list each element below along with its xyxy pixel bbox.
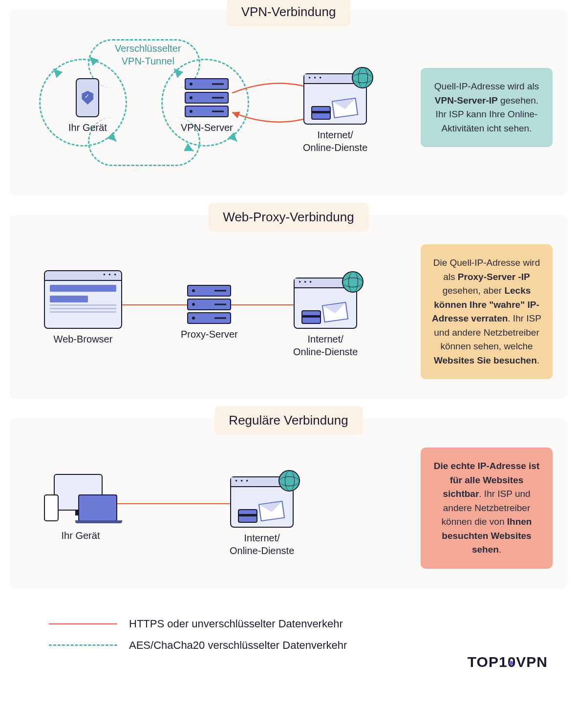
internet-node: Internet/Online-Dienste — [293, 278, 358, 358]
internet-icon — [230, 476, 294, 528]
proxy-server-label: Proxy-Server — [181, 328, 238, 341]
browser-icon — [44, 270, 122, 329]
envelope-icon — [258, 500, 285, 521]
internet-node: Internet/Online-Dienste — [230, 476, 294, 557]
internet-icon — [303, 73, 367, 125]
card-icon — [311, 106, 331, 120]
device-node: Ihr Gerät — [68, 78, 107, 134]
devices-node: Ihr Gerät — [44, 471, 117, 542]
internet-label: Internet/Online-Dienste — [293, 333, 358, 358]
browser-label: Web-Browser — [44, 333, 122, 345]
proxy-info-box: Die Quell-IP-Adresse wird als Proxy-Serv… — [421, 244, 553, 379]
regular-diagram: Ihr Gerät Internet/Online-Dienste — [24, 457, 411, 559]
proxy-diagram: Web-Browser Proxy-Server Internet/Online… — [24, 256, 411, 368]
vpn-server-label: VPN-Server — [181, 121, 233, 134]
vpn-info-box: Quell-IP-Adresse wird als VPN-Server-IP … — [421, 68, 553, 147]
proxy-title: Web-Proxy-Verbindung — [208, 203, 368, 232]
card-icon — [238, 509, 257, 523]
internet-label: Internet/Online-Dienste — [303, 128, 367, 154]
phone-icon — [44, 494, 59, 521]
laptop-icon — [78, 494, 117, 521]
card-icon — [301, 310, 321, 324]
internet-label: Internet/Online-Dienste — [230, 532, 294, 557]
internet-icon — [294, 278, 357, 329]
device-label: Ihr Gerät — [68, 121, 107, 134]
proxy-server-node: Proxy-Server — [181, 285, 238, 341]
tunnel-label: VerschlüsselterVPN-Tunnel — [115, 42, 181, 67]
envelope-icon — [322, 302, 349, 323]
regular-info-box: Die echte IP-Adresse ist für alle Websit… — [421, 448, 553, 569]
server-icon — [185, 78, 229, 117]
vpn-title: VPN-Verbindung — [227, 0, 351, 26]
legend-solid-label: HTTPS oder unverschlüsselter Datenverkeh… — [129, 618, 343, 630]
shield-icon — [82, 91, 93, 105]
devices-label: Ihr Gerät — [44, 529, 117, 542]
legend: HTTPS oder unverschlüsselter Datenverkeh… — [29, 608, 366, 670]
vpn-server-node: VPN-Server — [181, 78, 233, 134]
regular-section: Reguläre Verbindung Ihr Gerät Internet/O… — [10, 418, 567, 588]
phone-icon — [76, 78, 99, 117]
globe-icon — [278, 470, 300, 492]
footer: HTTPS oder unverschlüsselter Datenverkeh… — [10, 608, 567, 680]
vpn-section: VPN-Verbindung VerschlüsselterVPN-Tunnel — [10, 10, 567, 195]
devices-icon — [44, 471, 117, 525]
globe-icon — [342, 271, 363, 293]
globe-icon — [352, 67, 373, 88]
regular-title: Reguläre Verbindung — [214, 406, 363, 435]
browser-node: Web-Browser — [44, 270, 122, 345]
dashed-line-icon — [49, 644, 117, 646]
legend-solid: HTTPS oder unverschlüsselter Datenverkeh… — [49, 618, 347, 630]
server-icon — [187, 285, 231, 324]
logo: TOP10VPN — [468, 654, 548, 670]
envelope-icon — [332, 98, 359, 119]
vpn-diagram: VerschlüsselterVPN-Tunnel Ihr Gerät — [24, 39, 411, 176]
solid-line-icon — [49, 623, 117, 624]
proxy-section: Web-Proxy-Verbindung Web-Browser Proxy-S… — [10, 215, 567, 399]
internet-node: Internet/Online-Dienste — [303, 73, 367, 154]
legend-dashed-label: AES/ChaCha20 verschlüsselter Datenverkeh… — [129, 639, 347, 652]
legend-dashed: AES/ChaCha20 verschlüsselter Datenverkeh… — [49, 639, 347, 652]
